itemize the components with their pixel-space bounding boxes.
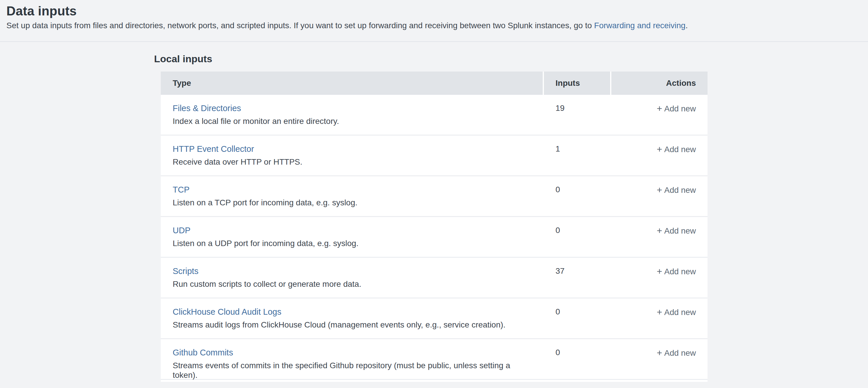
add-new-label: Add new: [664, 145, 696, 154]
http-event-collector-link[interactable]: HTTP Event Collector: [173, 144, 254, 154]
table-row-http-event-collector: HTTP Event Collector Receive data over H…: [161, 136, 708, 176]
local-inputs-table: Type Inputs Actions Files & Directories …: [161, 71, 708, 382]
page-subtitle: Set up data inputs from files and direct…: [6, 21, 861, 30]
plus-icon: +: [657, 185, 662, 195]
table-row-scripts: Scripts Run custom scripts to collect or…: [161, 258, 708, 298]
tcp-link[interactable]: TCP: [173, 185, 189, 195]
inputs-count: 37: [556, 266, 564, 275]
inputs-count: 0: [556, 348, 560, 357]
add-new-label: Add new: [664, 104, 696, 113]
row-description: Index a local file or monitor an entire …: [173, 116, 531, 126]
clickhouse-cloud-audit-logs-link[interactable]: ClickHouse Cloud Audit Logs: [173, 307, 281, 317]
inputs-count: 0: [556, 307, 560, 316]
scripts-link[interactable]: Scripts: [173, 266, 198, 276]
table-row-udp: UDP Listen on a UDP port for incoming da…: [161, 217, 708, 258]
table-body: Files & Directories Index a local file o…: [161, 95, 708, 382]
column-header-actions: Actions: [610, 71, 708, 95]
add-new-label: Add new: [664, 185, 696, 195]
row-description: Receive data over HTTP or HTTPS.: [173, 157, 531, 167]
udp-link[interactable]: UDP: [173, 226, 190, 235]
page-subtitle-period: .: [685, 21, 688, 30]
table-row-tcp: TCP Listen on a TCP port for incoming da…: [161, 176, 708, 217]
row-description: Run custom scripts to collect or generat…: [173, 279, 531, 289]
page-title: Data inputs: [6, 3, 861, 19]
column-header-type: Type: [161, 71, 543, 95]
inputs-count: 0: [556, 185, 560, 194]
forwarding-and-receiving-link[interactable]: Forwarding and receiving: [594, 21, 685, 30]
inputs-count: 1: [556, 144, 560, 153]
add-new-button[interactable]: +Add new: [657, 145, 696, 154]
add-new-label: Add new: [664, 349, 696, 357]
row-description: Streams audit logs from ClickHouse Cloud…: [173, 320, 531, 330]
github-commits-link[interactable]: Github Commits: [173, 348, 233, 357]
files-directories-link[interactable]: Files & Directories: [173, 103, 241, 113]
add-new-button[interactable]: +Add new: [657, 226, 696, 235]
plus-icon: +: [657, 144, 662, 154]
add-new-button[interactable]: +Add new: [657, 104, 696, 113]
next-row-partial: [161, 380, 708, 382]
plus-icon: +: [657, 348, 662, 358]
add-new-button[interactable]: +Add new: [657, 308, 696, 317]
table-row-github-commits: Github Commits Streams events of commits…: [161, 339, 708, 380]
section-title: Local inputs: [154, 53, 868, 65]
add-new-button[interactable]: +Add new: [657, 349, 696, 357]
plus-icon: +: [657, 103, 662, 114]
table-row-clickhouse-cloud-audit-logs: ClickHouse Cloud Audit Logs Streams audi…: [161, 298, 708, 339]
plus-icon: +: [657, 266, 662, 277]
inputs-count: 19: [556, 103, 564, 113]
row-description: Listen on a UDP port for incoming data, …: [173, 239, 531, 248]
add-new-label: Add new: [664, 267, 696, 276]
add-new-button[interactable]: +Add new: [657, 267, 696, 276]
plus-icon: +: [657, 226, 662, 236]
column-header-inputs: Inputs: [543, 71, 610, 95]
page-header: Data inputs Set up data inputs from file…: [0, 0, 868, 42]
row-description: Streams events of commits in the specifi…: [173, 361, 531, 380]
plus-icon: +: [657, 307, 662, 317]
add-new-button[interactable]: +Add new: [657, 185, 696, 195]
table-header-row: Type Inputs Actions: [161, 71, 708, 95]
page-subtitle-text: Set up data inputs from files and direct…: [6, 21, 594, 30]
table-row-files-directories: Files & Directories Index a local file o…: [161, 95, 708, 136]
add-new-label: Add new: [664, 308, 696, 317]
row-description: Listen on a TCP port for incoming data, …: [173, 198, 531, 207]
main-content: Local inputs Type Inputs Actions Files &…: [154, 42, 868, 382]
add-new-label: Add new: [664, 226, 696, 235]
inputs-count: 0: [556, 226, 560, 235]
